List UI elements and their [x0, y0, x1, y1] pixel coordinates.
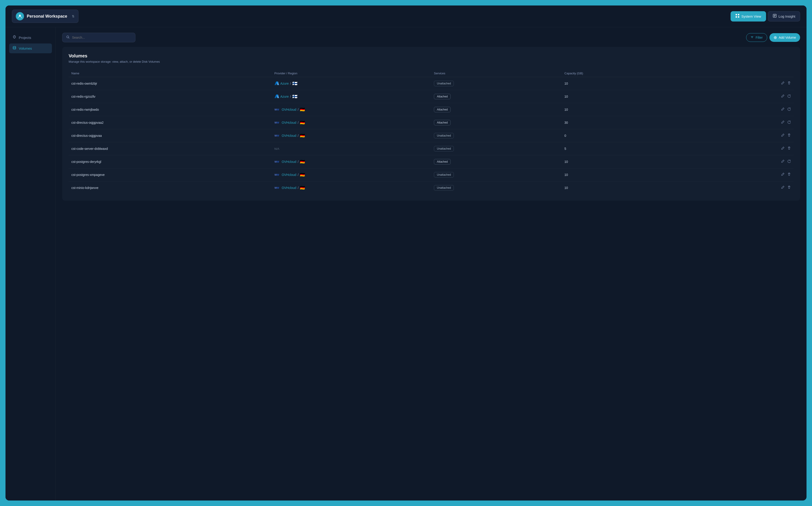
main-layout: Projects Volumes	[5, 27, 807, 501]
svg-text:W: W	[277, 121, 279, 124]
edit-icon[interactable]	[781, 120, 785, 125]
svg-line-9	[69, 38, 70, 39]
add-volume-button[interactable]: ⊕ Add Volume	[770, 33, 800, 42]
row-name: cst-code-server-dvblwaxd	[69, 142, 272, 155]
row-capacity: 10	[562, 181, 678, 194]
edit-icon[interactable]	[781, 134, 785, 138]
row-capacity: 10	[562, 155, 678, 168]
reattach-icon[interactable]	[787, 120, 791, 125]
add-volume-label: Add Volume	[779, 36, 796, 39]
edit-icon[interactable]	[781, 146, 785, 151]
delete-icon[interactable]	[787, 146, 791, 151]
search-box	[62, 33, 136, 42]
table-title: Volumes	[69, 53, 794, 59]
col-header-services: Services	[431, 70, 562, 77]
row-status: Unattached	[431, 77, 562, 90]
table-row: cst-redis-owmlzbjr Azure / 🇫🇮 Unattached…	[69, 77, 794, 90]
edit-icon[interactable]	[781, 185, 785, 190]
edit-icon[interactable]	[781, 94, 785, 99]
col-header-provider: Provider / Region	[272, 70, 431, 77]
provider-separator: /	[290, 82, 291, 85]
delete-icon[interactable]	[787, 81, 791, 86]
edit-icon[interactable]	[781, 159, 785, 164]
action-icons	[681, 120, 791, 125]
sidebar-item-volumes[interactable]: Volumes	[9, 44, 52, 53]
svg-text:W: W	[277, 160, 279, 163]
provider-separator: /	[297, 160, 298, 164]
row-name: cst-minio-kdnjwvve	[69, 181, 272, 194]
row-name: cst-directus-oqjgpvaa2	[69, 116, 272, 129]
provider-name: Azure	[280, 82, 289, 85]
row-actions	[678, 103, 794, 116]
reattach-icon[interactable]	[787, 94, 791, 99]
table-row: cst-directus-oqjgpvaa W W OVHcloud / 🇩🇪 …	[69, 129, 794, 142]
system-view-button[interactable]: System View	[731, 11, 766, 21]
delete-icon[interactable]	[787, 134, 791, 138]
edit-icon[interactable]	[781, 107, 785, 112]
row-provider: W W OVHcloud / 🇩🇪	[272, 116, 431, 129]
provider-name: OVHcloud	[282, 160, 296, 164]
region-flag: 🇩🇪	[300, 159, 305, 164]
provider-separator: /	[290, 95, 291, 98]
status-badge: Unattached	[434, 133, 454, 139]
provider-separator: /	[297, 108, 298, 111]
provider-icon: W W	[274, 134, 280, 138]
row-actions	[678, 116, 794, 129]
provider-cell: W W OVHcloud / 🇩🇪	[274, 185, 428, 190]
chevron-icon: ⇅	[72, 14, 75, 18]
action-icons	[681, 134, 791, 138]
row-capacity: 0	[562, 129, 678, 142]
row-name: cst-redis-owmlzbjr	[69, 77, 272, 90]
row-provider: W W OVHcloud / 🇩🇪	[272, 103, 431, 116]
action-icons	[681, 146, 791, 151]
provider-icon	[274, 94, 279, 99]
region-flag: 🇩🇪	[300, 185, 305, 190]
app-container: Personal Workspace ⇅ System View	[5, 5, 807, 501]
row-provider: Azure / 🇫🇮	[272, 77, 431, 90]
toolbar: Filter ⊕ Add Volume	[62, 33, 800, 42]
row-provider: W W OVHcloud / 🇩🇪	[272, 181, 431, 194]
filter-icon	[750, 36, 754, 39]
edit-icon[interactable]	[781, 172, 785, 177]
row-capacity: 30	[562, 116, 678, 129]
workspace-selector[interactable]: Personal Workspace ⇅	[12, 10, 78, 23]
sidebar: Projects Volumes	[5, 27, 56, 501]
provider-name: OVHcloud	[282, 108, 296, 111]
status-badge: Unattached	[434, 185, 454, 190]
delete-icon[interactable]	[787, 185, 791, 190]
provider-cell: Azure / 🇫🇮	[274, 81, 428, 86]
table-container: Volumes Manage this workspace storage: v…	[62, 47, 800, 200]
rocket-icon	[12, 35, 16, 40]
sidebar-projects-label: Projects	[19, 36, 31, 39]
row-status: Unattached	[431, 129, 562, 142]
row-status: Unattached	[431, 142, 562, 155]
svg-point-7	[13, 47, 16, 48]
provider-name: OVHcloud	[282, 121, 296, 124]
log-icon	[773, 14, 777, 19]
row-status: Attached	[431, 116, 562, 129]
table-row: cst-directus-oqjgpvaa2 W W OVHcloud / 🇩🇪…	[69, 116, 794, 129]
sidebar-item-projects[interactable]: Projects	[9, 33, 52, 43]
svg-rect-4	[738, 16, 739, 18]
action-icons	[681, 81, 791, 86]
reattach-icon[interactable]	[787, 107, 791, 112]
row-actions	[678, 168, 794, 181]
row-provider: N/A	[272, 142, 431, 155]
row-status: Unattached	[431, 168, 562, 181]
provider-name: OVHcloud	[282, 186, 296, 190]
provider-separator: /	[297, 121, 298, 124]
provider-cell: W W OVHcloud / 🇩🇪	[274, 120, 428, 125]
edit-icon[interactable]	[781, 81, 785, 86]
delete-icon[interactable]	[787, 172, 791, 177]
log-insight-label: Log Insight	[779, 14, 795, 18]
search-input[interactable]	[72, 36, 131, 39]
search-icon	[66, 35, 70, 40]
provider-cell: Azure / 🇫🇮	[274, 94, 428, 99]
volumes-table: Name Provider / Region Services Capacity…	[69, 70, 794, 194]
provider-icon: W W	[274, 172, 280, 177]
row-provider: Azure / 🇫🇮	[272, 90, 431, 103]
reattach-icon[interactable]	[787, 159, 791, 164]
log-insight-button[interactable]: Log Insight	[768, 11, 800, 21]
region-flag: 🇩🇪	[300, 172, 305, 177]
filter-button[interactable]: Filter	[746, 33, 767, 42]
